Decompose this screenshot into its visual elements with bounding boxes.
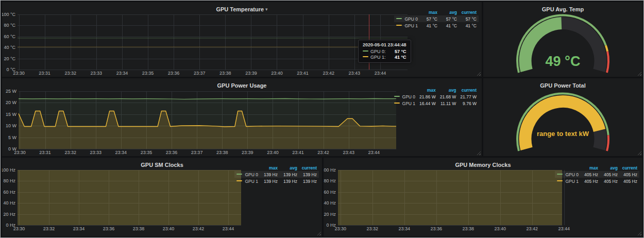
legend-series-row[interactable]: GPU 1405 Hz405 Hz405 Hz [555, 178, 639, 184]
legend-value: 139 Hz [260, 178, 280, 184]
legend-value: 405 Hz [620, 178, 639, 184]
legend-value: 405 Hz [600, 178, 620, 184]
legend-series-name[interactable]: GPU 0 [394, 15, 420, 22]
x-axis-tick-label: 23:43 [343, 150, 354, 155]
y-axis-tick-label: 80 Hz [324, 178, 336, 183]
series-fills [338, 170, 562, 225]
legend-series-dash-icon [394, 96, 400, 97]
legend-value: 405 Hz [581, 171, 600, 178]
series-dash-icon [363, 50, 368, 52]
tooltip-series-name: GPU 0: [370, 49, 386, 54]
power-total-gauge [483, 78, 642, 156]
x-axis-tick-label: 23:30 [334, 226, 346, 231]
grafana-dashboard: GPU Temperature▾ 0 °C20 °C40 °C60 °C80 °… [0, 0, 644, 238]
y-axis-tick-label: 20 Hz [3, 212, 15, 217]
x-axis-tick-label: 23:44 [558, 226, 570, 231]
legend-series-row[interactable]: GPU 141 °C41 °C41 °C [394, 22, 479, 29]
x-axis-tick-label: 23:38 [133, 226, 145, 231]
panel-title[interactable]: GPU Power Total [540, 82, 585, 89]
x-axis-tick-label: 23:44 [223, 226, 234, 231]
legend-series-name[interactable]: GPU 1 [394, 22, 420, 29]
x-axis-tick-label: 23:42 [317, 150, 329, 155]
legend-value: 405 Hz [581, 178, 600, 184]
y-axis-tick-label: 60 °C [4, 34, 15, 39]
x-axis-tick-label: 23:40 [494, 226, 506, 231]
legend-series-row[interactable]: GPU 1139 Hz139 Hz139 Hz [234, 178, 319, 184]
legend-series-row[interactable]: GPU 116.44 W11.11 W9.76 W [392, 100, 479, 107]
panel-gpu-power-usage: GPU Power Usage 0 W5 W10 W15 W20 W25 W23… [2, 78, 482, 156]
tooltip-timestamp: 2020-05-01 23:44:48 [363, 42, 406, 47]
x-axis-tick-label: 23:31 [39, 71, 50, 76]
panel-title[interactable]: GPU Avg. Temp [542, 6, 584, 12]
y-axis-tick-label: 20 °C [4, 56, 15, 61]
x-axis-tick-label: 23:40 [267, 150, 279, 155]
legend-series-name[interactable]: GPU 0 [392, 93, 418, 100]
legend-value: 41 °C [439, 22, 459, 29]
gauge-value: 49 °C [483, 54, 642, 70]
panel-title[interactable]: GPU Memory Clocks [455, 162, 511, 168]
y-axis-tick-label: 80 °C [4, 23, 15, 28]
tooltip-series-name: GPU 1: [370, 55, 386, 60]
gauge-fill [526, 101, 600, 149]
legend-series-row[interactable]: GPU 0405 Hz405 Hz405 Hz [555, 171, 639, 178]
legend-series-dash-icon [557, 180, 563, 181]
panel-gpu-power-total: GPU Power Total range to text kW [483, 78, 642, 156]
x-axis-tick-label: 23:41 [292, 150, 304, 155]
legend-series-name[interactable]: GPU 1 [392, 100, 418, 107]
x-axis-tick-label: 23:38 [219, 71, 231, 76]
legend-series-row[interactable]: GPU 057 °C57 °C57 °C [394, 15, 479, 22]
legend-value: 21.86 W [417, 93, 438, 100]
legend-series-name[interactable]: GPU 0 [555, 171, 581, 178]
legend-series-row[interactable]: GPU 021.86 W21.68 W21.77 W [392, 93, 479, 100]
legend-series-dash-icon [557, 174, 563, 175]
legend-series-row[interactable]: GPU 0139 Hz139 Hz139 Hz [234, 171, 319, 178]
x-axis-tick-label: 23:36 [166, 150, 178, 155]
x-axis-tick-label: 23:39 [245, 71, 257, 76]
x-axis-tick-label: 23:41 [297, 71, 309, 76]
panel-gpu-avg-temp: GPU Avg. Temp 49 °C [483, 2, 642, 77]
panel-gpu-temperature: GPU Temperature▾ 0 °C20 °C40 °C60 °C80 °… [2, 2, 482, 77]
panel-title[interactable]: GPU Power Usage [217, 82, 267, 89]
graph-tooltip: 2020-05-01 23:44:48 GPU 0: 57 °C GPU 1: … [358, 40, 411, 63]
x-axis-tick-label: 23:44 [375, 71, 386, 76]
y-axis-tick-label: 10 W [6, 123, 17, 128]
legend-value: 41 °C [420, 22, 439, 29]
series-lines [18, 38, 408, 47]
x-axis-tick-label: 23:44 [368, 150, 380, 155]
x-axis-tick-label: 23:37 [191, 150, 203, 155]
legend-value: 139 Hz [280, 178, 299, 184]
legend-value: 405 Hz [620, 171, 639, 178]
x-axis-tick-label: 23:34 [398, 226, 410, 231]
y-axis-tick-label: 80 Hz [3, 178, 15, 183]
x-axis-tick-label: 23:38 [216, 150, 228, 155]
panel-menu-caret-icon[interactable]: ▾ [265, 7, 268, 12]
y-axis-tick-label: 5 W [8, 135, 17, 140]
legend-series-name[interactable]: GPU 0 [234, 171, 260, 178]
legend-series-name[interactable]: GPU 1 [234, 178, 260, 184]
panel-gpu-sm-clocks: GPU SM Clocks 0 Hz20 Hz40 Hz60 Hz80 Hz10… [2, 158, 322, 236]
legend-value: 9.76 W [458, 100, 479, 107]
y-axis-tick-label: 20 Hz [324, 212, 336, 217]
panel-title[interactable]: GPU Temperature [216, 6, 264, 12]
series-fill-GPU1 [338, 170, 562, 225]
x-axis-tick-label: 23:36 [103, 226, 115, 231]
panel-title[interactable]: GPU SM Clocks [141, 162, 183, 168]
x-axis-tick-label: 23:42 [193, 226, 205, 231]
series-fills [19, 98, 396, 149]
x-axis-tick-label: 23:36 [168, 71, 180, 76]
tooltip-series-value: 57 °C [389, 49, 406, 54]
x-axis-tick-label: 23:31 [39, 150, 51, 155]
x-axis-tick-label: 23:30 [13, 71, 25, 76]
y-axis-tick-label: 40 °C [4, 45, 15, 50]
y-axis-tick-label: 15 W [6, 112, 17, 117]
x-axis-tick-label: 23:37 [194, 71, 206, 76]
legend-value: 11.11 W [438, 100, 459, 107]
x-axis-tick-label: 23:30 [13, 226, 25, 231]
legend-value: 139 Hz [260, 171, 280, 178]
legend-value: 139 Hz [280, 171, 299, 178]
y-axis-tick-label: 60 Hz [3, 190, 15, 195]
legend-series-dash-icon [396, 18, 402, 19]
legend-series-name[interactable]: GPU 1 [555, 178, 581, 184]
series-dash-icon [363, 56, 368, 57]
y-axis-tick-label: 60 Hz [324, 190, 336, 195]
